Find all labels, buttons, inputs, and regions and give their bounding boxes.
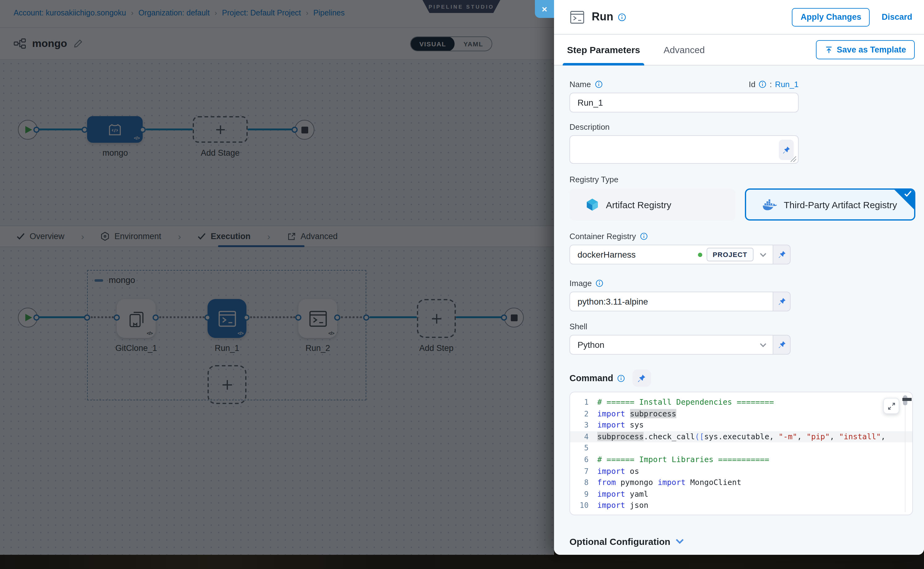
check-icon [904, 190, 912, 197]
code-line[interactable]: 2import subprocess [570, 408, 912, 420]
info-icon[interactable] [617, 374, 625, 382]
connector-status-dot [698, 253, 702, 257]
desktop-strip [0, 555, 924, 569]
line-number: 5 [570, 443, 597, 454]
expand-editor-button[interactable] [883, 398, 899, 414]
tab-step-parameters[interactable]: Step Parameters [567, 34, 640, 65]
registry-option-third-party-label: Third-Party Artifact Registry [784, 199, 897, 210]
line-number: 1 [570, 397, 597, 408]
resize-handle[interactable] [790, 156, 796, 162]
info-icon[interactable] [758, 80, 766, 88]
command-label-row: Command [570, 370, 924, 387]
discard-button[interactable]: Discard [882, 12, 912, 21]
chevron-down-icon [760, 342, 766, 347]
container-registry-select[interactable]: dockerHarness PROJECT [570, 245, 773, 265]
container-registry-label: Container Registry [570, 231, 636, 240]
command-code-editor[interactable]: 1# ====== Install Dependencies ========2… [570, 392, 913, 515]
save-as-template-label: Save as Template [837, 45, 906, 54]
description-label: Description [570, 122, 924, 132]
pushpin-icon [782, 146, 790, 154]
name-label-group: Name [570, 79, 602, 89]
pin-button[interactable] [773, 335, 790, 354]
code-text: import json [597, 500, 649, 511]
code-text: subprocess.check_call([sys.executable, "… [597, 431, 885, 443]
code-line[interactable]: 10import json [570, 500, 912, 511]
chevron-down-icon [760, 253, 766, 257]
line-number: 7 [570, 466, 597, 477]
container-registry-label-group: Container Registry [570, 231, 924, 241]
line-number: 4 [570, 431, 597, 443]
code-text: import sys [597, 420, 644, 431]
chevron-down-icon [676, 539, 684, 544]
info-icon[interactable] [618, 13, 626, 21]
image-row: python:3.11-alpine [570, 292, 924, 311]
step-parameters-panel: Name Id : Run_1 Run_1 Descript [554, 65, 924, 555]
scope-badge: PROJECT [707, 248, 754, 261]
close-drawer-button[interactable]: × [535, 0, 554, 18]
pushpin-icon [777, 341, 786, 349]
terminal-icon [570, 10, 585, 24]
code-line[interactable]: 4subprocess.check_call([sys.executable, … [570, 431, 912, 443]
optional-configuration-toggle[interactable]: Optional Configuration [570, 536, 924, 547]
code-text: import yaml [597, 489, 649, 500]
modal-dim-overlay [0, 0, 554, 555]
command-label-group: Command [570, 373, 625, 383]
line-number: 8 [570, 477, 597, 488]
pin-button[interactable] [632, 370, 651, 387]
name-input[interactable]: Run_1 [570, 93, 799, 113]
code-text: # ====== Install Dependencies ======== [597, 397, 774, 408]
code-line[interactable]: 9import yaml [570, 489, 912, 500]
image-label: Image [570, 278, 592, 288]
code-line[interactable]: 7import os [570, 466, 912, 477]
shell-row: Python [570, 335, 924, 354]
docker-icon [762, 199, 777, 210]
save-as-template-button[interactable]: Save as Template [816, 40, 915, 59]
step-id-group: Id : Run_1 [749, 79, 799, 89]
code-line[interactable]: 3import sys [570, 420, 912, 431]
pushpin-icon [777, 250, 786, 259]
apply-changes-label: Apply Changes [801, 12, 861, 21]
code-line[interactable]: 5 [570, 443, 912, 454]
code-line[interactable]: 8from pymongo import MongoClient [570, 477, 912, 488]
shell-select[interactable]: Python [570, 335, 773, 354]
registry-option-third-party[interactable]: Third-Party Artifact Registry [745, 189, 915, 221]
pin-button[interactable] [773, 292, 790, 311]
code-line[interactable]: 1# ====== Install Dependencies ======== [570, 397, 912, 408]
code-text: import os [597, 466, 639, 477]
container-registry-row: dockerHarness PROJECT [570, 245, 924, 265]
pin-button[interactable] [773, 245, 790, 265]
apply-changes-button[interactable]: Apply Changes [792, 8, 870, 26]
registry-type-options: Artifact Registry Third-Party Artifact R… [570, 189, 924, 221]
pipeline-studio-pane: Account: kurosakiichigo.songoku›Organiza… [0, 0, 554, 555]
id-separator: : [770, 79, 772, 89]
shell-label: Shell [570, 321, 924, 331]
command-label: Command [570, 373, 613, 383]
fullscreen-icon [887, 402, 895, 410]
editor-overview-mark [903, 398, 912, 401]
code-text: # ====== Import Libraries =========== [597, 454, 769, 466]
drawer-title: Run [592, 11, 613, 23]
step-config-drawer: Run Apply Changes Discard Step Parameter… [554, 0, 924, 555]
registry-option-artifact[interactable]: Artifact Registry [570, 189, 736, 221]
container-registry-value: dockerHarness [578, 250, 635, 260]
drawer-tabs-bar: Step Parameters Advanced Save as Templat… [554, 35, 924, 65]
line-number: 3 [570, 420, 597, 431]
image-input[interactable]: python:3.11-alpine [570, 292, 773, 311]
close-icon: × [542, 4, 547, 14]
info-icon[interactable] [640, 232, 647, 240]
tab-advanced[interactable]: Advanced [664, 34, 705, 65]
line-number: 9 [570, 489, 597, 500]
info-icon[interactable] [594, 80, 602, 88]
id-value: Run_1 [775, 79, 799, 89]
line-number: 2 [570, 408, 597, 420]
image-label-group: Image [570, 278, 924, 288]
code-line[interactable]: 6# ====== Import Libraries =========== [570, 454, 912, 466]
line-number: 10 [570, 500, 597, 511]
name-id-row: Name Id : Run_1 [570, 79, 799, 89]
tab-step-parameters-label: Step Parameters [567, 44, 640, 55]
line-number: 6 [570, 454, 597, 466]
description-textarea[interactable] [570, 135, 799, 164]
info-icon[interactable] [596, 279, 603, 287]
pushpin-icon [777, 297, 786, 306]
optional-configuration-label: Optional Configuration [570, 536, 670, 547]
